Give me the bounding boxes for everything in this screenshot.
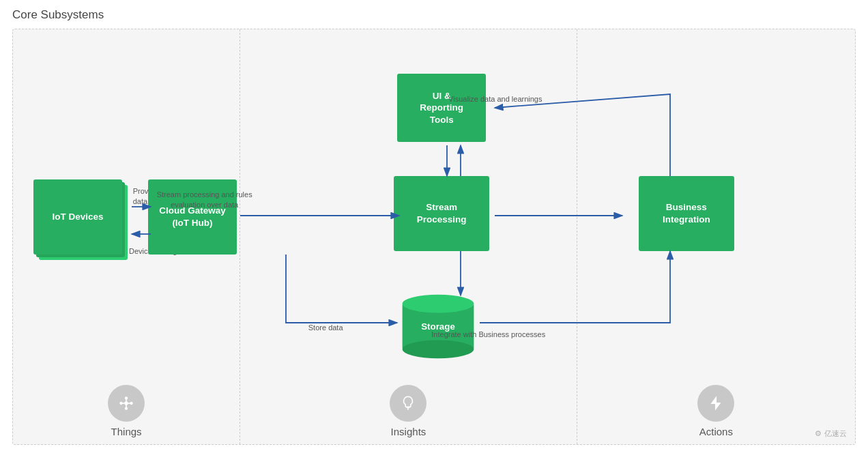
insights-label: Insights (391, 426, 426, 437)
annot-store-data: Store data (298, 323, 353, 333)
actions-label: Actions (699, 426, 733, 437)
svg-marker-15 (711, 396, 721, 411)
things-icon-circle (108, 385, 145, 422)
svg-point-11 (403, 340, 474, 358)
storage-svg: Storage (397, 292, 479, 360)
page-container: Core Subsystems IoT Devices Provision an… (0, 0, 868, 464)
things-icon (117, 394, 135, 412)
col-label-insights: Insights (240, 385, 577, 437)
watermark: ⚙ 亿速云 (815, 429, 847, 439)
storage-box: Storage (397, 292, 479, 360)
biz-integration-box: Business Integration (639, 176, 734, 251)
iot-devices-box: IoT Devices (33, 179, 122, 255)
page-title: Core Subsystems (12, 8, 856, 22)
things-label: Things (111, 426, 142, 437)
watermark-icon: ⚙ (815, 429, 822, 438)
stream-processing-box: Stream Processing (394, 176, 489, 251)
annot-stream-rules: Stream processing and rules evaluation o… (151, 190, 257, 211)
col-label-things: Things (13, 385, 240, 437)
annot-visualize: Visualize data and learnings (434, 94, 557, 104)
col-actions: Business Integration Visualize data and … (577, 29, 855, 444)
svg-point-10 (403, 295, 474, 313)
col-label-actions: Actions (577, 385, 855, 437)
col-things: IoT Devices Provision and send data from… (13, 29, 240, 444)
insights-icon-circle (390, 385, 426, 422)
ui-reporting-box: UI & Reporting Tools (397, 74, 486, 142)
col-insights: UI & Reporting Tools Stream Processing S… (240, 29, 577, 444)
annot-integrate: Integrate with Business processes (414, 330, 564, 340)
actions-icon-circle (697, 385, 734, 422)
actions-icon (707, 394, 725, 412)
diagram-outer: IoT Devices Provision and send data from… (12, 29, 856, 445)
insights-icon (399, 394, 417, 412)
